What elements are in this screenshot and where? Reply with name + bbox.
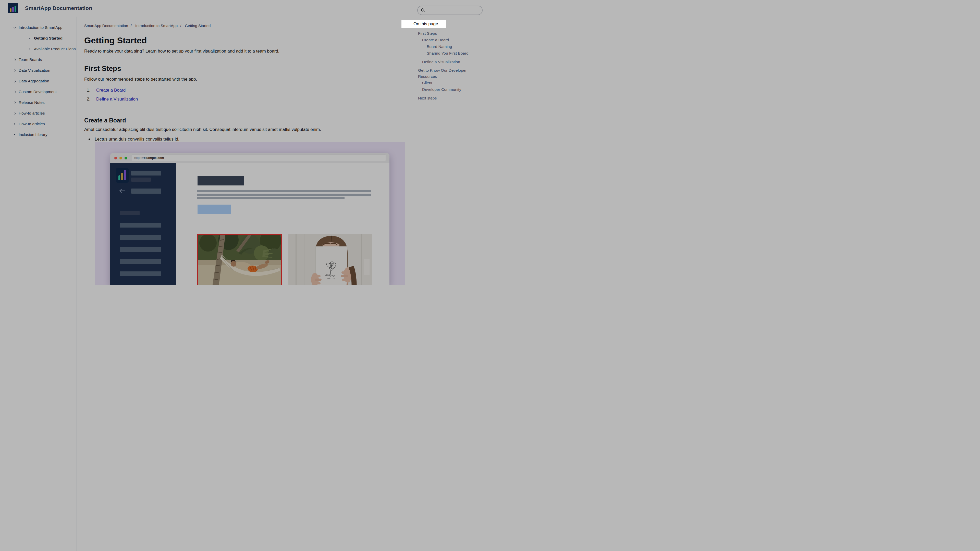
- toc-heading: On this page: [414, 21, 438, 27]
- dim-overlay: [0, 0, 490, 275]
- toc-heading-highlight: On this page: [401, 20, 446, 28]
